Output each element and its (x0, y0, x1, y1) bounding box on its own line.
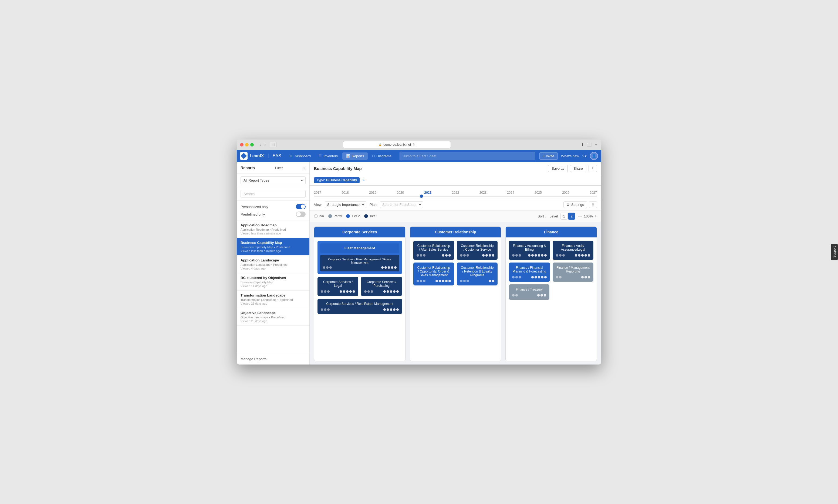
report-type-filter[interactable]: All Report Types Business Capability Map… (241, 177, 305, 184)
management-reporting-dots (556, 276, 590, 278)
sidebar-item-app-landscape[interactable]: Application Landscape Application Landsc… (237, 255, 309, 273)
sidebar-collapse-button[interactable]: « (303, 165, 305, 170)
dot (394, 266, 397, 269)
dot (581, 276, 584, 278)
customer-service-card[interactable]: Customer Relationship / Customer Service (457, 241, 497, 260)
sidebar-filter-button[interactable]: Filter (275, 166, 283, 170)
sidebar-item-bc-objectives[interactable]: BC clustered by Objectives Business Capa… (237, 273, 309, 291)
legal-card[interactable]: Corporate Services / Legal (317, 277, 358, 296)
spacer (470, 254, 482, 257)
avatar[interactable]: 👤 (590, 152, 598, 160)
back-button[interactable]: ‹ (258, 142, 262, 147)
nav-inventory-label: Inventory (324, 154, 338, 158)
global-search-input[interactable] (400, 151, 535, 160)
audit-card[interactable]: Finance / Audit/ Assurance/Legal (553, 241, 593, 260)
timeline-bar[interactable] (314, 196, 597, 197)
sort-button[interactable]: Sort ↕ (538, 214, 547, 218)
spacer (426, 254, 441, 257)
dot (391, 266, 394, 269)
sidebar: Reports Filter « All Report Types Busine… (237, 162, 310, 364)
opportunity-card[interactable]: Customer Relationship / Opportunity, Ord… (413, 263, 454, 286)
customer-service-title: Customer Relationship / Customer Service (460, 244, 494, 251)
timeline-indicator[interactable] (420, 195, 423, 198)
save-as-button[interactable]: Save as (548, 165, 568, 172)
legal-title: Corporate Services / Legal (321, 280, 355, 288)
nav-diagrams[interactable]: ⬡ Diagrams (368, 152, 395, 160)
dot (327, 308, 330, 311)
financial-planning-dots (512, 276, 546, 278)
dot (588, 276, 590, 278)
dot (349, 290, 352, 293)
more-button[interactable]: ⋮ (589, 165, 597, 172)
sidebar-search-input[interactable] (241, 190, 305, 198)
nav-dashboard[interactable]: ⊞ Dashboard (286, 152, 315, 160)
sidebar-item-bcm[interactable]: Business Capability Map Business Capabil… (237, 238, 309, 255)
sidebar-item-time: Viewed 25 days ago (241, 320, 305, 323)
fleet-management-title: Fleet Management (345, 246, 375, 250)
logo-text[interactable]: LeanIX (250, 154, 264, 158)
duplicate-button[interactable]: ⬜ (587, 142, 592, 147)
retention-card[interactable]: Customer Relationship / Retention & Loya… (457, 263, 497, 286)
dot (528, 254, 530, 257)
refresh-icon[interactable]: ↻ (413, 143, 415, 146)
sidebar-item-transformation[interactable]: Transformation Landscape Transformation … (237, 291, 309, 308)
logo-icon (240, 152, 248, 160)
support-button[interactable]: Support (831, 244, 838, 260)
nav-inventory[interactable]: ☰ Inventory (315, 152, 342, 160)
tab-view-button[interactable]: ⬜ (269, 142, 277, 147)
dot (556, 276, 558, 278)
personalized-label: Personalized only (241, 205, 268, 209)
maximize-button[interactable] (250, 143, 254, 146)
real-estate-card[interactable]: Corporate Services / Real Estate Managem… (317, 299, 402, 314)
gear-icon: ⚙ (566, 203, 570, 207)
purchasing-card[interactable]: Corporate Services / Purchasing (361, 277, 402, 296)
grid-view-button[interactable]: ⊞ (589, 201, 597, 208)
predefined-toggle[interactable] (296, 212, 305, 217)
accounting-card[interactable]: Finance / Accounting & Billing (509, 241, 550, 260)
help-button[interactable]: ? ▾ (582, 154, 587, 158)
dot (556, 254, 558, 257)
fleet-management-card[interactable]: Fleet Management (320, 244, 399, 253)
customer-service-dots (460, 254, 494, 257)
sidebar-item-app-roadmap[interactable]: Application Roadmap Application Roadmap … (237, 220, 309, 238)
route-management-card[interactable]: Corporate Services / Fleet Management / … (320, 255, 399, 271)
personalized-toggle[interactable] (296, 204, 305, 209)
forward-button[interactable]: › (263, 142, 267, 147)
plan-select[interactable]: Search for Fact Sheet (380, 201, 423, 208)
nav-reports[interactable]: 📊 Reports (342, 152, 368, 160)
window-controls: ⬆ ⬜ ＋ (581, 142, 598, 147)
invite-button[interactable]: + Invite (539, 152, 558, 160)
whats-new-button[interactable]: What's new (561, 154, 579, 158)
share-button[interactable]: Share (570, 165, 587, 172)
settings-button[interactable]: ⚙ Settings (563, 201, 587, 208)
after-sales-card[interactable]: Customer Relationship / After Sales Serv… (413, 241, 454, 260)
sidebar-item-objective[interactable]: Objective Landscape Objective Landscape … (237, 308, 309, 326)
financial-planning-card[interactable]: Finance / Financial Planning & Forecasti… (509, 263, 550, 282)
add-filter-button[interactable]: + (362, 178, 365, 183)
new-tab-button[interactable]: ＋ (594, 142, 598, 147)
share-button[interactable]: ⬆ (581, 142, 584, 147)
view-select[interactable]: Strategic Importance (325, 201, 366, 208)
canvas: Corporate Services Fleet Management Corp… (310, 222, 601, 364)
sidebar-item-meta: Application Landscape • Predefined (241, 263, 305, 266)
parity-label: Parity (334, 214, 342, 218)
zoom-in-button[interactable]: + (594, 214, 597, 218)
header-actions: Save as Share ⋮ (548, 165, 597, 172)
management-reporting-card[interactable]: Finance / Management Reporting (553, 263, 593, 282)
chevron-down-icon: ▾ (585, 154, 587, 158)
management-reporting-title: Finance / Management Reporting (556, 266, 590, 273)
dot (489, 254, 491, 257)
minimize-button[interactable] (245, 143, 249, 146)
zoom-out-button[interactable]: — (578, 214, 582, 218)
spacer (562, 276, 580, 278)
nav-arrows: ‹ › (258, 142, 267, 147)
level-2-button[interactable]: 2 (568, 213, 575, 220)
close-button[interactable] (240, 143, 244, 146)
spacer (522, 276, 530, 278)
dot (541, 294, 543, 296)
level-1-button[interactable]: 1 (560, 213, 568, 220)
manage-reports-link[interactable]: Manage Reports (241, 357, 266, 361)
dot (423, 280, 425, 282)
reports-icon: 📊 (346, 154, 350, 158)
treasury-card[interactable]: Finance / Treasury (509, 284, 549, 300)
